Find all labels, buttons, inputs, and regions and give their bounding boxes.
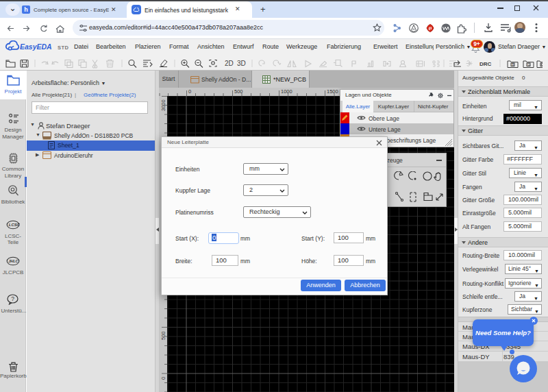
- svg-text:3000: 3000: [160, 99, 166, 111]
- svg-text:500: 500: [160, 331, 166, 340]
- svg-text:1500: 1500: [327, 88, 338, 95]
- svg-text:LCSC: LCSC: [9, 223, 20, 227]
- svg-text:G: G: [527, 63, 530, 66]
- svg-text:2D: 2D: [225, 60, 234, 67]
- svg-text:DRC: DRC: [480, 61, 492, 67]
- svg-text:?: ?: [11, 295, 14, 302]
- svg-text:500: 500: [234, 88, 243, 95]
- svg-text:1000: 1000: [281, 88, 292, 95]
- svg-text:JHLC: JHLC: [8, 259, 18, 263]
- svg-text:3D: 3D: [237, 60, 246, 67]
- svg-text:B: B: [512, 63, 514, 66]
- svg-text:0: 0: [160, 377, 166, 380]
- svg-text:0: 0: [188, 88, 191, 95]
